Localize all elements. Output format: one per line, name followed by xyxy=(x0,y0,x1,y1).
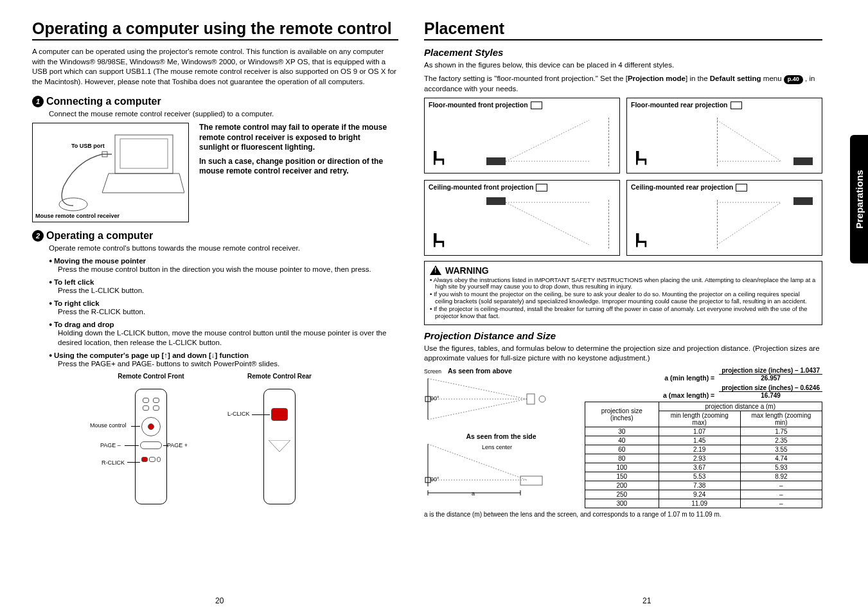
left-intro: A computer can be operated using the pro… xyxy=(32,47,398,87)
warning-box: WARNING Always obey the instructions lis… xyxy=(424,261,822,326)
warning-icon xyxy=(430,265,441,275)
table-row: 2509.24– xyxy=(585,490,822,499)
dist-intro: Use the figures, tables, and formulas be… xyxy=(424,344,822,363)
warning-item-2: If you wish to mount the projector on th… xyxy=(430,291,817,305)
section-1-title: Connecting a computer xyxy=(46,96,161,107)
table-cell: 80 xyxy=(585,454,659,463)
table-cell: 4.74 xyxy=(740,454,822,463)
table-cell: 1.75 xyxy=(740,427,822,436)
bullet-5-desc: Press the PAGE+ and PAGE- buttons to swi… xyxy=(58,359,398,369)
bullet-3-desc: Press the R-CLICK button. xyxy=(58,307,398,317)
table-cell: 250 xyxy=(585,490,659,499)
table-cell: – xyxy=(740,499,822,508)
view-above-title: As seen from above xyxy=(448,367,512,375)
page-number-left: 20 xyxy=(215,596,224,605)
section-2-sub: Operate remote control's buttons towards… xyxy=(49,244,398,252)
formula-max: a (max length) = projection size (inches… xyxy=(585,384,822,399)
table-row: 301.071.75 xyxy=(585,427,822,436)
page-ref-40: p.40 xyxy=(784,75,803,84)
bullet-4-title: To drag and drop xyxy=(49,321,398,328)
table-cell: 2.19 xyxy=(659,445,740,454)
table-cell: 1.45 xyxy=(659,436,740,445)
table-row: 802.934.74 xyxy=(585,454,822,463)
mode-icon xyxy=(731,102,742,109)
right-title: Placement xyxy=(424,19,822,40)
svg-rect-19 xyxy=(527,394,535,404)
warn-text-2: In such a case, change position or direc… xyxy=(199,157,392,177)
table-cell: – xyxy=(740,481,822,490)
placement-floor-rear: Floor-mounted rear projection xyxy=(626,98,822,173)
receiver-warning: The remote control may fail to operate i… xyxy=(199,123,392,222)
styles-intro-1: As shown in the figures below, this devi… xyxy=(424,60,822,70)
mode-icon xyxy=(531,102,542,109)
table-cell: – xyxy=(740,490,822,499)
table-row: 1505.538.92 xyxy=(585,472,822,481)
table-cell: 5.93 xyxy=(740,463,822,472)
bullet-3-title: To right click xyxy=(49,299,398,307)
table-cell: 8.92 xyxy=(740,472,822,481)
section-1-heading: 1 Connecting a computer xyxy=(32,96,398,107)
bullet-1-desc: Press the mouse control button in the di… xyxy=(58,265,398,274)
th-min: min length (zooming max) xyxy=(659,411,740,427)
bullet-5-title: Using the computer's page up [↑] and dow… xyxy=(49,351,398,359)
placement-ceiling-rear: Ceiling-mounted rear projection xyxy=(626,180,822,256)
svg-line-7 xyxy=(506,120,589,161)
svg-point-20 xyxy=(539,396,545,402)
section-2-title: Operating a computer xyxy=(46,230,153,242)
projection-distance-heading: Projection Distance and Size xyxy=(424,330,822,341)
view-side-title: As seen from the side xyxy=(424,432,578,440)
receiver-label: Mouse remote control receiver xyxy=(35,213,120,219)
table-row: 2007.38– xyxy=(585,481,822,490)
th-size: projection size (inches) xyxy=(585,402,659,427)
a-label: a xyxy=(472,490,475,497)
table-row: 1003.675.93 xyxy=(585,463,822,472)
bullet-4-desc: Holding down the L-CLICK button, move th… xyxy=(58,328,398,348)
side-tab-preparations: Preparations xyxy=(850,135,868,263)
svg-line-14 xyxy=(717,202,781,245)
svg-rect-0 xyxy=(115,135,173,173)
table-cell: 11.09 xyxy=(659,499,740,508)
lens-center-label: Lens center xyxy=(482,444,512,450)
deg90-side: 90° xyxy=(430,476,439,483)
bullet-1-title: Moving the mouse pointer xyxy=(49,257,398,265)
right-page: Placement Placement Styles As shown in t… xyxy=(424,19,822,519)
svg-rect-1 xyxy=(120,139,168,168)
mode-icon xyxy=(536,184,547,191)
placement-styles-heading: Placement Styles xyxy=(424,47,822,58)
remote-rear-diagram: L-CLICK xyxy=(231,382,328,511)
warn-text-1: The remote control may fail to operate i… xyxy=(199,123,392,153)
svg-marker-6 xyxy=(269,440,290,452)
table-cell: 40 xyxy=(585,436,659,445)
label-mouse-control: Mouse control xyxy=(90,422,127,429)
usb-port-label: To USB port xyxy=(71,143,105,149)
remote-rear-title: Remote Control Rear xyxy=(231,373,328,380)
label-page-minus: PAGE – xyxy=(100,442,121,449)
laptop-illustration xyxy=(38,129,184,212)
bullet-2-title: To left click xyxy=(49,278,398,286)
screen-label: Screen xyxy=(424,368,441,375)
deg90-top: 90° xyxy=(430,395,439,402)
table-cell: 200 xyxy=(585,481,659,490)
warning-heading: WARNING xyxy=(445,265,489,276)
left-title: Operating a computer using the remote co… xyxy=(32,19,398,40)
svg-line-17 xyxy=(428,399,527,420)
table-cell: 3.67 xyxy=(659,463,740,472)
table-cell: 100 xyxy=(585,463,659,472)
placement-floor-front: Floor-mounted front projection xyxy=(424,98,620,173)
warning-item-1: Always obey the instructions listed in I… xyxy=(430,277,817,291)
table-cell: 300 xyxy=(585,499,659,508)
table-cell: 150 xyxy=(585,472,659,481)
step-2-badge: 2 xyxy=(32,230,44,242)
view-above-svg xyxy=(424,375,553,426)
table-cell: 7.38 xyxy=(659,481,740,490)
label-page-plus: PAGE + xyxy=(167,442,188,449)
left-page: Operating a computer using the remote co… xyxy=(32,19,398,519)
table-cell: 2.93 xyxy=(659,454,740,463)
placement-ceiling-front: Ceiling-mounted front projection xyxy=(424,180,620,256)
remote-front-title: Remote Control Front xyxy=(103,373,199,380)
bullet-2-desc: Press the L-CLICK button. xyxy=(58,286,398,296)
table-cell: 5.53 xyxy=(659,472,740,481)
section-1-sub: Connect the mouse remote control receive… xyxy=(49,110,398,118)
label-l-click: L-CLICK xyxy=(227,411,250,417)
table-row: 602.193.55 xyxy=(585,445,822,454)
